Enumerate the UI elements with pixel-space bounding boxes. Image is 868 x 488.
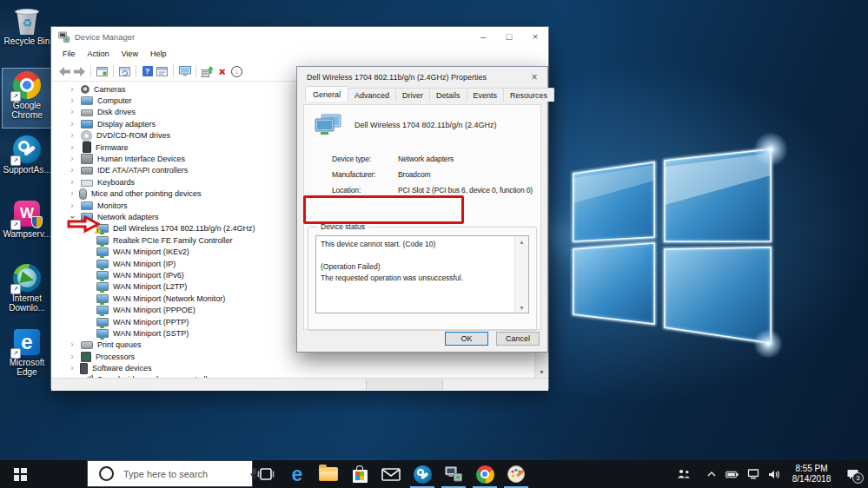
- battery-icon[interactable]: [726, 471, 739, 478]
- ok-button[interactable]: OK: [445, 332, 488, 346]
- expand-chevron-icon[interactable]: ›: [67, 364, 77, 373]
- taskbar-device-manager-button[interactable]: [438, 460, 469, 488]
- desktop-icon-recycle-bin[interactable]: ♻Recycle Bin: [2, 3, 52, 64]
- scan-button[interactable]: [177, 64, 192, 79]
- chevron-up-icon[interactable]: [706, 471, 717, 478]
- taskbar-supportassist-button[interactable]: [407, 460, 438, 488]
- desktop-icon-internet-download-manager[interactable]: ↗Internet Downlo...: [2, 260, 52, 321]
- network-icon: [96, 329, 109, 338]
- expand-chevron-icon[interactable]: ›: [67, 120, 77, 129]
- people-icon[interactable]: [677, 469, 691, 479]
- cancel-button[interactable]: Cancel: [496, 332, 540, 346]
- expand-chevron-icon[interactable]: ›: [67, 340, 77, 349]
- taskbar-store-button[interactable]: [344, 460, 375, 488]
- taskbar-file-explorer-button[interactable]: [313, 460, 344, 488]
- menu-help[interactable]: Help: [144, 49, 173, 58]
- status-line: (Operation Failed): [321, 261, 511, 273]
- scroll-up-icon[interactable]: ▲: [515, 236, 528, 247]
- search-input[interactable]: [122, 468, 248, 480]
- scroll-down-icon[interactable]: ▼: [515, 302, 528, 313]
- expand-chevron-icon[interactable]: ›: [67, 201, 77, 210]
- monitor-icon: [81, 201, 93, 210]
- toolbar-separator: [136, 65, 136, 77]
- horizontal-scrollbar[interactable]: [51, 378, 548, 391]
- software-icon: [80, 363, 88, 374]
- desktop-icon-microsoft-edge[interactable]: e↗Microsoft Edge: [2, 325, 52, 386]
- tree-item-software-devices[interactable]: ›Software devices: [51, 362, 548, 373]
- status-line: [321, 250, 511, 261]
- tree-item-label: Computer: [97, 96, 132, 105]
- tab-driver[interactable]: Driver: [395, 88, 430, 102]
- expand-chevron-icon[interactable]: ›: [67, 108, 77, 116]
- expand-chevron-icon[interactable]: ›: [67, 166, 77, 175]
- network-icon: [96, 260, 109, 268]
- device-status-box[interactable]: This device cannot start. (Code 10) (Ope…: [315, 235, 529, 313]
- expand-chevron-icon[interactable]: ›: [67, 85, 77, 94]
- start-button[interactable]: [0, 460, 40, 488]
- taskbar: e 8:55 PM 8/14/2018 3: [0, 460, 868, 488]
- taskbar-edge-button[interactable]: e: [282, 460, 313, 488]
- expand-chevron-icon[interactable]: ›: [67, 143, 77, 152]
- tab-details[interactable]: Details: [429, 88, 467, 102]
- uninstall-button[interactable]: ×: [215, 64, 229, 79]
- device-manager-titlebar[interactable]: Device Manager – □ ×: [51, 27, 548, 46]
- scrollbar-thumb[interactable]: [366, 379, 443, 390]
- network-icon: [96, 271, 109, 280]
- field-label: Location:: [332, 186, 398, 195]
- tab-resources[interactable]: Resources: [503, 88, 554, 102]
- help-button[interactable]: ?: [140, 64, 155, 79]
- tree-item-label: Dell Wireless 1704 802.11b/g/n (2.4GHz): [113, 224, 255, 233]
- maximize-button[interactable]: □: [496, 27, 522, 46]
- console-button[interactable]: [95, 64, 109, 79]
- mouse-icon: [79, 188, 87, 200]
- field-value: Broadcom: [398, 170, 431, 179]
- taskbar-chrome-button[interactable]: [469, 460, 500, 488]
- disable-button[interactable]: ↓: [229, 64, 244, 79]
- tree-item-label: Display adapters: [97, 120, 156, 129]
- properties-button[interactable]: [155, 64, 169, 79]
- network-status-icon[interactable]: [747, 469, 759, 479]
- refresh-button[interactable]: [117, 64, 132, 79]
- desktop-icon-google-chrome[interactable]: ↗Google Chrome: [2, 68, 52, 129]
- expand-chevron-icon[interactable]: ›: [67, 353, 77, 361]
- tab-general[interactable]: General: [305, 86, 348, 102]
- computer-icon: [81, 96, 93, 105]
- tree-item-label: WAN Miniport (IPv6): [113, 271, 184, 280]
- status-scrollbar[interactable]: ▲ ▼: [514, 236, 528, 313]
- dialog-titlebar[interactable]: Dell Wireless 1704 802.11b/g/n (2.4GHz) …: [297, 67, 547, 88]
- clock[interactable]: 8:55 PM 8/14/2018: [788, 464, 835, 485]
- desktop-icon-wampserver[interactable]: W↗Wampserv...: [2, 196, 52, 257]
- volume-icon[interactable]: [768, 470, 780, 479]
- taskbar-task-view-button[interactable]: [250, 460, 282, 488]
- expand-chevron-icon[interactable]: ›: [67, 189, 77, 198]
- expand-chevron-icon[interactable]: ›: [67, 155, 77, 163]
- close-button[interactable]: ×: [522, 27, 548, 46]
- tab-events[interactable]: Events: [467, 88, 505, 102]
- search-box[interactable]: [87, 460, 253, 487]
- menu-action[interactable]: Action: [82, 49, 116, 58]
- ide-icon: [81, 167, 93, 175]
- menu-file[interactable]: File: [56, 49, 82, 58]
- desktop-icon-supportassist[interactable]: ↗SupportAs...: [2, 132, 52, 193]
- dialog-close-button[interactable]: ×: [521, 67, 547, 88]
- tab-advanced[interactable]: Advanced: [348, 88, 396, 102]
- taskbar-mail-button[interactable]: [375, 460, 407, 488]
- action-center-button[interactable]: 3: [843, 469, 862, 480]
- back-button[interactable]: [57, 64, 72, 79]
- expand-chevron-icon[interactable]: ›: [67, 96, 77, 105]
- menu-view[interactable]: View: [116, 49, 144, 58]
- expand-chevron-icon[interactable]: ›: [67, 131, 77, 140]
- expand-chevron-icon[interactable]: ›: [67, 178, 77, 187]
- desktop: ♻Recycle Bin↗Google Chrome↗SupportAs...W…: [0, 0, 868, 488]
- tree-item-label: WAN Miniport (Network Monitor): [113, 294, 225, 303]
- forward-button[interactable]: [72, 64, 87, 79]
- update-driver-button[interactable]: [200, 64, 215, 79]
- taskbar-paint-button[interactable]: [500, 460, 532, 488]
- network-icon: [96, 247, 109, 256]
- toolbar-separator: [113, 65, 114, 77]
- desktop-icon-list: ♻Recycle Bin↗Google Chrome↗SupportAs...W…: [2, 3, 52, 389]
- minimize-button[interactable]: –: [470, 27, 496, 46]
- desktop-icon-label: Google Chrome: [11, 101, 43, 120]
- scroll-down-icon[interactable]: ▼: [535, 366, 548, 378]
- tree-item-label: Realtek PCIe FE Family Controller: [113, 236, 233, 245]
